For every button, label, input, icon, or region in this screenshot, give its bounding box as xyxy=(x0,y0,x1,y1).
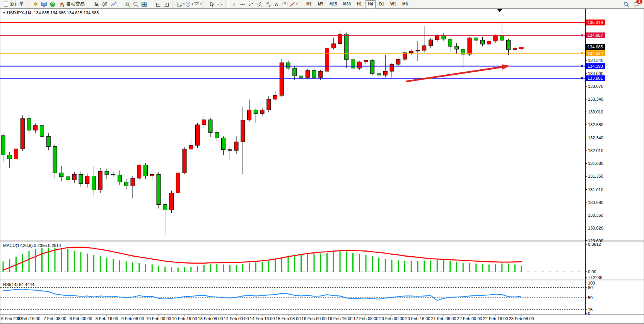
autotrading-button[interactable]: 自动交易 xyxy=(57,0,87,9)
hline-handle[interactable] xyxy=(581,34,583,36)
candle xyxy=(131,178,135,186)
candle xyxy=(196,125,200,145)
time-tick-label: 16 Feb 16:00 xyxy=(328,316,353,321)
metaeditor-icon[interactable] xyxy=(31,0,40,8)
cursor-icon xyxy=(208,1,215,7)
macd-hist-bar xyxy=(119,261,120,272)
trendline-icon[interactable] xyxy=(247,0,255,8)
macd-hist-bar xyxy=(366,255,367,272)
zoom-out-icon[interactable] xyxy=(132,0,140,8)
collapse-triangle-icon[interactable]: ▼ xyxy=(3,12,5,14)
new-chart-icon[interactable]: ▾ xyxy=(176,0,185,8)
cursor-icon[interactable] xyxy=(207,0,216,8)
time-tick-label: 14 Feb 00:00 xyxy=(224,316,249,321)
text-icon[interactable]: A xyxy=(272,0,281,8)
timeframe-M5[interactable]: M5 xyxy=(315,0,326,8)
fibonacci-icon[interactable]: F xyxy=(264,0,272,8)
time-tick-label: 15 Feb 08:00 xyxy=(276,316,301,321)
time-tick-label: 10 Feb 00:00 xyxy=(146,316,171,321)
chart-shift-icon[interactable] xyxy=(154,0,162,8)
macd-hist-bar xyxy=(132,262,133,272)
price-axis[interactable]: 134.340134.000133.670133.340133.010132.6… xyxy=(585,58,603,316)
macd-hist-bar xyxy=(307,254,308,272)
auto-scroll-icon[interactable] xyxy=(162,0,171,8)
macd-hist-bar xyxy=(158,266,159,272)
chart-window[interactable]: 135.319134.987134.685134.524134.193133.8… xyxy=(0,9,644,324)
chevron-down-icon[interactable]: ▾ xyxy=(183,2,184,6)
chart-canvas[interactable]: 135.319134.987134.685134.524134.193133.8… xyxy=(0,9,644,324)
price-tick-label: 133.010 xyxy=(588,110,603,114)
candle xyxy=(357,62,361,68)
toolbar-separator xyxy=(119,1,122,8)
tile-windows-icon[interactable] xyxy=(140,0,149,8)
periods-icon[interactable]: ▾ xyxy=(185,0,193,8)
price-tick-label: 132.680 xyxy=(588,122,603,127)
svg-text:A: A xyxy=(275,2,278,7)
macd-hist-bar xyxy=(301,254,302,272)
macd-hist-bar xyxy=(514,264,516,272)
horizontal-line-icon[interactable] xyxy=(238,0,247,8)
new-order-button[interactable]: 新订单 xyxy=(1,0,26,9)
chevron-down-icon[interactable]: ▾ xyxy=(200,2,202,6)
macd-hist-bar xyxy=(469,263,470,272)
price-tick-label: 134.000 xyxy=(588,71,603,76)
auto-scroll-icon xyxy=(164,1,170,7)
candle xyxy=(260,110,264,113)
crosshair-icon[interactable] xyxy=(216,0,224,8)
search-icon[interactable] xyxy=(622,0,630,8)
candle xyxy=(66,177,70,180)
price-tick-label: 131.010 xyxy=(588,187,603,192)
candle xyxy=(248,110,251,120)
candlestick-chart-icon[interactable] xyxy=(101,0,109,8)
macd-hist-bar xyxy=(437,260,438,272)
signals-icon[interactable] xyxy=(48,0,57,8)
trendline-icon xyxy=(248,1,254,7)
bar-chart-icon[interactable] xyxy=(92,0,101,8)
timeframe-MN[interactable]: MN xyxy=(400,0,411,8)
line-chart-icon[interactable] xyxy=(109,0,118,8)
timeframe-M1[interactable]: M1 xyxy=(304,0,314,8)
notifications-icon[interactable]: 1 xyxy=(632,0,641,8)
candle xyxy=(189,145,193,149)
vertical-line-icon[interactable] xyxy=(230,0,238,8)
hline-handle[interactable] xyxy=(581,52,583,55)
time-tick-label: 16 Feb 00:00 xyxy=(302,316,327,321)
zoom-in-icon xyxy=(124,1,130,7)
templates-icon[interactable]: ▾ xyxy=(193,0,202,8)
svg-text:T: T xyxy=(284,2,286,6)
timeframe-H1[interactable]: H1 xyxy=(354,0,365,8)
macd-hist-bar xyxy=(314,254,315,272)
price-tick-label: 133.670 xyxy=(588,84,603,89)
timeframe-H4[interactable]: H4 xyxy=(366,0,376,8)
hline-handle[interactable] xyxy=(581,77,583,79)
hline-handle[interactable] xyxy=(581,65,583,67)
candle xyxy=(481,40,485,44)
macd-hist-bar xyxy=(262,262,263,272)
data-window-icon[interactable] xyxy=(40,0,48,8)
candle xyxy=(364,60,368,62)
candle xyxy=(500,35,504,40)
macd-tick-label: -0.2239 xyxy=(588,275,602,280)
horizontal-line-icon xyxy=(239,1,246,7)
candle xyxy=(72,174,76,180)
timeframe-M15[interactable]: M15 xyxy=(327,0,340,8)
candle xyxy=(280,63,284,95)
crosshair-icon xyxy=(217,1,223,7)
chevron-down-icon[interactable]: ▾ xyxy=(191,2,193,6)
timeframe-D1[interactable]: D1 xyxy=(376,0,387,8)
zoom-in-icon[interactable] xyxy=(123,0,132,8)
macd-hist-bar xyxy=(184,267,185,272)
timeframe-M30[interactable]: M30 xyxy=(340,0,353,8)
equidistant-channel-icon[interactable]: E xyxy=(255,0,264,8)
timeframe-W1[interactable]: W1 xyxy=(388,0,399,8)
text-label-icon: T xyxy=(282,1,288,7)
macd-hist-bar xyxy=(352,253,354,272)
text-label-icon[interactable]: T xyxy=(281,0,289,8)
toolbar-separator xyxy=(225,1,229,8)
new-order-button-label: 新订单 xyxy=(10,1,24,7)
metaeditor-icon xyxy=(32,1,39,7)
chevron-down-icon[interactable]: ▾ xyxy=(296,2,297,6)
macd-hist-bar xyxy=(138,263,140,272)
macd-hist-bar xyxy=(67,249,68,272)
arrows-icon[interactable]: ▾ xyxy=(289,0,298,8)
